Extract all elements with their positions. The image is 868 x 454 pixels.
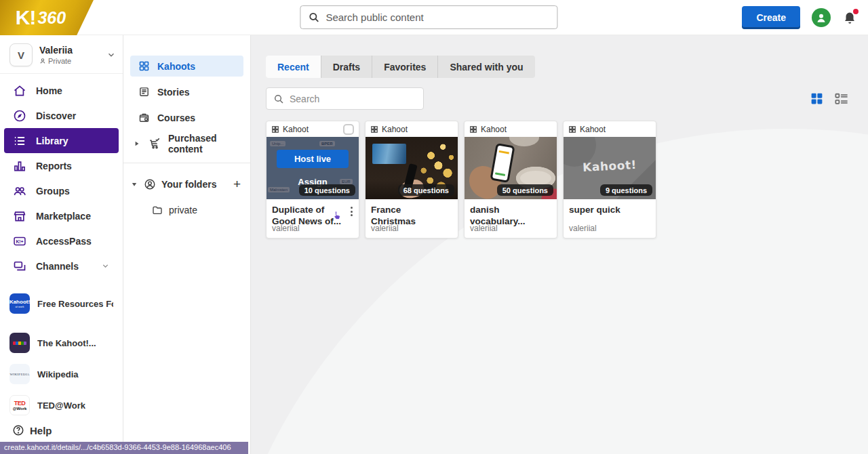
- course-box-icon: [138, 112, 150, 123]
- public-search-input[interactable]: [326, 12, 549, 23]
- wikipedia-tile-icon: WIKIPEDIA: [9, 364, 30, 384]
- library-item-label: Courses: [157, 112, 195, 123]
- library-search-input[interactable]: [290, 94, 416, 104]
- library-item-courses[interactable]: Courses: [130, 107, 243, 128]
- sidebar-item-home[interactable]: Home: [4, 78, 119, 103]
- sidebar-item-groups[interactable]: Groups: [4, 178, 119, 203]
- your-folders-header[interactable]: Your folders +: [123, 173, 250, 194]
- kahoot-card-danish-vocabulary[interactable]: Kahoot 50 questions danish vocabulary...…: [464, 121, 557, 239]
- sidebar-item-library[interactable]: Library: [4, 128, 119, 153]
- card-author: valeriial: [272, 224, 300, 233]
- header-actions: Create: [742, 0, 857, 35]
- profile-switcher[interactable]: V Valeriia Private: [0, 35, 123, 73]
- list-view-button[interactable]: [834, 92, 849, 106]
- card-cover-image[interactable]: Unip... BPER EUR Malmsten Host live Assi…: [267, 137, 359, 199]
- tab-favorites[interactable]: Favorites: [372, 56, 437, 78]
- sidebar-item-label: Marketplace: [36, 211, 91, 222]
- channel-list: Kahoot!at work Free Resources For... The…: [0, 288, 123, 421]
- ted-tile-icon: TED@Work: [9, 395, 30, 415]
- sidebar-item-channels[interactable]: Channels: [4, 253, 119, 278]
- profile-visibility: Private: [48, 57, 71, 65]
- sidebar-item-label: AccessPass: [36, 236, 92, 247]
- card-cover-image[interactable]: Kahoot! 9 questions: [564, 137, 656, 199]
- kahoot-card-super-quick[interactable]: Kahoot Kahoot! 9 questions super quick v…: [563, 121, 656, 239]
- list-icon: [13, 134, 26, 148]
- library-search-bar[interactable]: [266, 87, 424, 110]
- folder-name: private: [169, 205, 197, 215]
- profile-info: Valeriia Private: [39, 45, 100, 65]
- kahoot-card-grid: Kahoot Unip... BPER EUR Malmsten Host li…: [266, 121, 868, 239]
- sidebar-item-accesspass[interactable]: K!+ AccessPass: [4, 228, 119, 253]
- public-search-bar[interactable]: [300, 5, 557, 29]
- people-icon: [13, 184, 26, 198]
- grid-view-button[interactable]: [810, 91, 824, 106]
- add-folder-button[interactable]: +: [233, 178, 241, 190]
- card-checkbox[interactable]: [343, 124, 354, 135]
- channel-item-wikipedia[interactable]: WIKIPEDIA Wikipedia: [4, 358, 119, 390]
- channel-item-ted-at-work[interactable]: TED@Work TED@Work: [4, 390, 119, 421]
- library-item-stories[interactable]: Stories: [130, 81, 243, 102]
- card-cover-image[interactable]: 68 questions: [366, 137, 458, 199]
- person-small-icon: [39, 58, 46, 64]
- sidebar-item-label: Home: [36, 85, 62, 96]
- card-menu-button[interactable]: [346, 204, 357, 219]
- channel-item-the-kahoot[interactable]: The Kahoot!...: [4, 327, 119, 358]
- card-cover-image[interactable]: 50 questions: [465, 137, 557, 199]
- sidebar-item-label: Groups: [36, 186, 70, 197]
- host-live-button[interactable]: Host live: [277, 150, 349, 168]
- sidebar-item-label: Library: [36, 136, 68, 146]
- cover-tv-shape: [372, 144, 406, 164]
- folder-item-private[interactable]: private: [123, 199, 250, 220]
- caret-right-icon[interactable]: [133, 141, 141, 146]
- sidebar-item-label: Channels: [36, 261, 79, 272]
- sidebar-item-marketplace[interactable]: Marketplace: [4, 203, 119, 228]
- library-tabs: Recent Drafts Favorites Shared with you: [266, 56, 535, 78]
- library-item-label: Purchased content: [168, 133, 236, 154]
- channel-name: Free Resources For...: [37, 299, 113, 309]
- library-item-label: Kahoots: [157, 61, 195, 72]
- chevron-down-icon[interactable]: [106, 50, 116, 60]
- card-author: valeriial: [470, 224, 498, 233]
- logo-k-text: K!: [16, 6, 36, 29]
- kahoot-type-icon: [370, 125, 378, 133]
- card-type-label: Kahoot: [580, 125, 606, 134]
- card-title[interactable]: super quick: [569, 204, 644, 215]
- cover-plate-shape: [509, 137, 539, 146]
- account-avatar-button[interactable]: [812, 8, 831, 27]
- card-author: valeriial: [371, 224, 399, 233]
- caret-down-icon[interactable]: [130, 182, 138, 187]
- sidebar-item-label: Reports: [36, 161, 72, 171]
- sidebar-item-label: Discover: [36, 110, 76, 121]
- question-count-badge: 68 questions: [398, 184, 454, 196]
- question-count-badge: 10 questions: [299, 184, 355, 196]
- your-folders-label: Your folders: [161, 179, 216, 190]
- chevron-down-icon: [101, 262, 110, 270]
- card-type-label: Kahoot: [481, 125, 507, 134]
- screens-icon: [13, 260, 26, 273]
- tab-shared-with-you[interactable]: Shared with you: [437, 56, 534, 78]
- notifications-button[interactable]: [842, 9, 857, 26]
- create-button[interactable]: Create: [742, 6, 800, 29]
- tab-drafts[interactable]: Drafts: [321, 56, 372, 78]
- kahoot-360-logo[interactable]: K! 360: [0, 0, 94, 35]
- kahoot-card-duplicate-good-news[interactable]: Kahoot Unip... BPER EUR Malmsten Host li…: [266, 121, 359, 239]
- library-item-kahoots[interactable]: Kahoots: [130, 56, 243, 77]
- kahoot-card-france-christmas[interactable]: Kahoot 68 questions France Christmas val…: [365, 121, 458, 239]
- cover-phone-shape: [490, 143, 515, 183]
- help-label: Help: [30, 425, 52, 436]
- divider: [0, 73, 123, 74]
- search-icon: [273, 94, 284, 104]
- card-type-label: Kahoot: [283, 125, 309, 134]
- help-icon: [12, 424, 24, 436]
- channel-item-free-resources[interactable]: Kahoot!at work Free Resources For...: [4, 288, 119, 319]
- sidebar-item-reports[interactable]: Reports: [4, 153, 119, 178]
- card-author: valeriial: [569, 224, 597, 233]
- svg-text:K!+: K!+: [16, 239, 23, 243]
- sidebar-item-discover[interactable]: Discover: [4, 103, 119, 128]
- question-count-badge: 50 questions: [497, 184, 553, 196]
- channel-name: TED@Work: [37, 400, 85, 411]
- search-icon: [308, 12, 319, 23]
- home-icon: [13, 84, 26, 98]
- tab-recent[interactable]: Recent: [266, 56, 321, 78]
- library-item-purchased-content[interactable]: Purchased content: [130, 133, 243, 154]
